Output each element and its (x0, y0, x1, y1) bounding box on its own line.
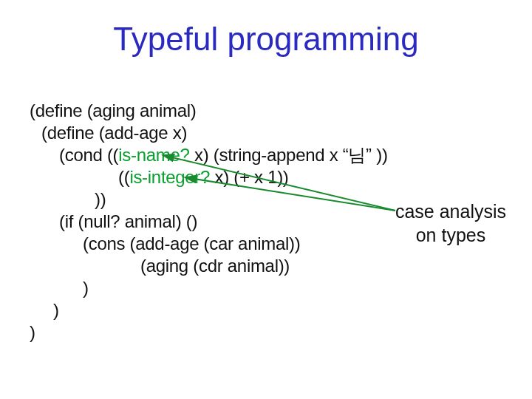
code-line: ) (30, 299, 388, 321)
code-block: (define (aging animal) (define (add-age … (30, 100, 388, 344)
type-predicate: is-name? (118, 145, 189, 165)
annotation-line: on types (395, 223, 506, 247)
code-text: (cond (( (59, 145, 118, 165)
type-predicate: is-integer? (129, 167, 210, 187)
code-line: ((is-integer? x) (+ x 1)) (30, 166, 388, 188)
code-line: (aging (cdr animal)) (30, 255, 388, 277)
code-line: ) (30, 277, 388, 299)
code-line: ) (30, 321, 388, 344)
annotation-line: case analysis (395, 200, 506, 223)
code-text: x) (+ x 1)) (210, 167, 288, 187)
code-line: (cons (add-age (car animal)) (30, 233, 388, 255)
code-text: x) (string-append x “님” )) (190, 145, 388, 165)
slide-title: Typeful programming (0, 21, 532, 58)
slide: Typeful programming (define (aging anima… (0, 0, 532, 399)
code-line: (if (null? animal) () (30, 211, 388, 233)
code-line: (define (add-age x) (30, 122, 388, 144)
code-text: (( (118, 167, 129, 187)
code-line: )) (30, 188, 388, 211)
code-line: (cond ((is-name? x) (string-append x “님”… (30, 144, 388, 166)
code-line: (define (aging animal) (30, 100, 388, 122)
annotation: case analysis on types (395, 200, 506, 247)
